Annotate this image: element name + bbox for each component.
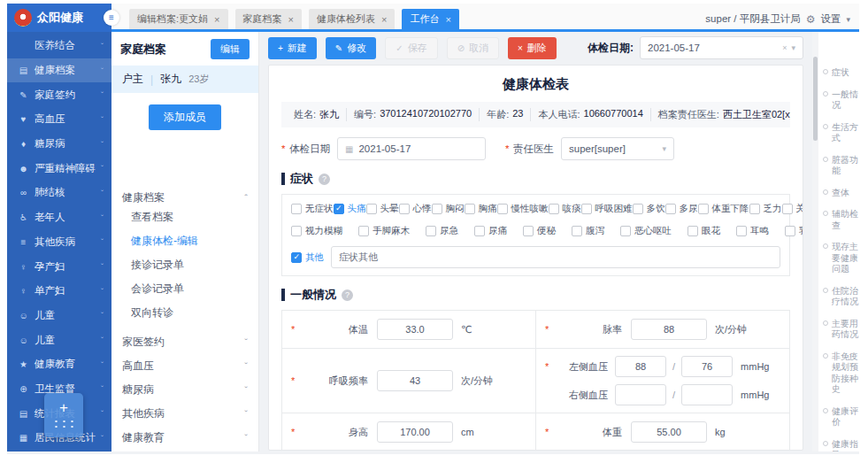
- symptom-checkbox[interactable]: 慢性咳嗽: [497, 203, 549, 215]
- close-icon[interactable]: ×: [288, 14, 294, 25]
- checkbox-box[interactable]: [736, 226, 747, 236]
- symptom-other-checkbox[interactable]: 其他: [291, 251, 324, 264]
- help-icon[interactable]: ?: [319, 174, 330, 185]
- family-panel-group[interactable]: 糖尿病 ˇ: [111, 378, 258, 402]
- exam-date-select[interactable]: 2021-05-17 × ▾: [640, 36, 803, 59]
- family-panel-group[interactable]: 其他疾病 ˇ: [111, 402, 258, 426]
- symptom-checkbox[interactable]: 乏力: [749, 203, 782, 215]
- exam-date-input[interactable]: ▦ 2021-05-17: [337, 137, 486, 160]
- checkbox-box[interactable]: [426, 226, 436, 236]
- close-icon[interactable]: ×: [214, 14, 219, 25]
- record-menu-item[interactable]: 健康体检-编辑: [131, 229, 248, 253]
- symptom-checkbox[interactable]: 呼吸困难: [581, 203, 633, 215]
- window-tab[interactable]: 工作台 ×: [402, 9, 458, 29]
- checkbox-box[interactable]: [465, 204, 475, 214]
- bp-right-systolic-input[interactable]: [615, 384, 666, 405]
- checkbox-box[interactable]: [334, 204, 344, 214]
- checkbox-box[interactable]: [581, 204, 592, 214]
- close-icon[interactable]: ×: [445, 14, 450, 25]
- symptom-checkbox[interactable]: 头痛: [334, 203, 366, 215]
- family-panel-group[interactable]: 健康教育 ˇ: [111, 426, 258, 450]
- anchor-nav-item[interactable]: 症状: [823, 67, 858, 79]
- checkbox-box[interactable]: [291, 226, 302, 236]
- window-tab[interactable]: 健康体检列表 ×: [309, 9, 395, 29]
- symptom-checkbox[interactable]: 咳痰: [549, 203, 581, 215]
- symptom-checkbox[interactable]: 手脚麻木: [358, 225, 410, 237]
- symptom-checkbox[interactable]: 胸闷: [432, 203, 465, 215]
- anchor-nav-item[interactable]: 现存主要健康问题: [823, 242, 858, 275]
- cancel-button[interactable]: ⊘ 取消: [447, 37, 499, 59]
- sidebar-item[interactable]: ≡ 其他疾病 ˇ: [7, 230, 111, 255]
- sidebar-item[interactable]: ☻ 严重精神障碍 ˇ: [7, 156, 111, 181]
- anchor-nav-item[interactable]: 主要用药情况: [823, 319, 858, 341]
- checkbox-box[interactable]: [474, 226, 485, 236]
- record-menu-item[interactable]: 会诊记录单: [131, 277, 248, 301]
- sidebar-item[interactable]: ★ 健康教育 ˇ: [7, 352, 111, 377]
- edit-button[interactable]: 编辑: [211, 39, 250, 59]
- checkbox-box[interactable]: [366, 204, 377, 214]
- checkbox-box[interactable]: [291, 204, 302, 214]
- anchor-nav-item[interactable]: 生活方式: [823, 122, 858, 144]
- symptom-checkbox[interactable]: 尿痛: [474, 225, 507, 237]
- doctor-select[interactable]: super[super] ▾: [561, 137, 674, 160]
- sidebar-item[interactable]: ☺ 儿童 ˇ: [7, 328, 111, 352]
- sidebar-item[interactable]: ♥ 高血压 ˇ: [7, 107, 111, 132]
- symptom-checkbox[interactable]: 胸痛: [465, 203, 497, 215]
- anchor-nav-item[interactable]: 非免疫规划预防接种史: [823, 351, 858, 396]
- checkbox-box[interactable]: [620, 226, 631, 236]
- anchor-nav-item[interactable]: 健康指导: [823, 439, 858, 452]
- vertical-scrollbar[interactable]: [812, 32, 818, 451]
- user-info[interactable]: super / 平阴县卫计局: [705, 12, 800, 26]
- symptom-checkbox[interactable]: 心悸: [399, 203, 432, 215]
- window-tab[interactable]: 家庭档案 ×: [235, 9, 302, 29]
- modify-button[interactable]: ✎ 修改: [326, 37, 376, 59]
- checkbox-box[interactable]: [549, 204, 559, 214]
- record-menu-item[interactable]: 双向转诊: [131, 301, 248, 325]
- checkbox-box[interactable]: [633, 204, 643, 214]
- close-icon[interactable]: ×: [381, 14, 387, 25]
- sidebar-item[interactable]: ♀ 单产妇 ˇ: [7, 279, 111, 304]
- bp-right-diastolic-input[interactable]: [681, 384, 733, 405]
- symptom-checkbox[interactable]: 恶心呕吐: [620, 225, 672, 237]
- sidebar-item[interactable]: ▤ 健康档案 ˇ: [7, 58, 111, 83]
- symptom-checkbox[interactable]: 头晕: [366, 203, 399, 215]
- sidebar-item[interactable]: ♦ 糖尿病 ˇ: [7, 132, 111, 157]
- weight-input[interactable]: [631, 421, 707, 443]
- anchor-nav-item[interactable]: 查体: [823, 188, 858, 199]
- sidebar-item[interactable]: ∞ 肺结核 ˇ: [7, 181, 111, 205]
- bp-left-systolic-input[interactable]: [615, 356, 666, 377]
- clear-icon[interactable]: ×: [782, 43, 787, 52]
- symptom-checkbox[interactable]: 便秘: [523, 225, 556, 237]
- symptom-checkbox[interactable]: 乳房胀痛: [785, 225, 803, 237]
- anchor-nav-item[interactable]: 住院治疗情况: [823, 286, 858, 308]
- checkbox-box[interactable]: [523, 226, 534, 236]
- symptom-other-input[interactable]: [331, 246, 780, 268]
- breath-rate-input[interactable]: [377, 370, 453, 391]
- caret-down-icon[interactable]: ▾: [846, 15, 850, 24]
- temperature-input[interactable]: [377, 319, 453, 340]
- symptom-checkbox[interactable]: 多饮: [633, 203, 665, 215]
- anchor-nav-item[interactable]: 一般情况: [823, 89, 858, 112]
- height-input[interactable]: [377, 421, 453, 443]
- symptom-checkbox[interactable]: 尿急: [426, 225, 458, 237]
- floating-add-button[interactable]: +: [44, 393, 83, 437]
- checkbox-box[interactable]: [572, 226, 582, 236]
- anchor-nav-item[interactable]: 健康评价: [823, 406, 858, 428]
- checkbox-box[interactable]: [358, 226, 369, 236]
- family-member-row[interactable]: 户主 | 张九 23岁: [111, 66, 258, 93]
- sidebar-item[interactable]: ☺ 儿童 ˇ: [7, 304, 111, 328]
- window-tab[interactable]: 编辑档案:更文娟 ×: [129, 9, 228, 29]
- scrollbar-thumb[interactable]: [813, 57, 818, 141]
- bp-left-diastolic-input[interactable]: [681, 356, 733, 377]
- settings-label[interactable]: 设置: [820, 12, 841, 26]
- symptom-checkbox[interactable]: 多尿: [665, 203, 698, 215]
- anchor-nav-item[interactable]: 脏器功能: [823, 155, 858, 177]
- checkbox-box[interactable]: [698, 204, 709, 214]
- new-button[interactable]: + 新建: [268, 37, 317, 59]
- menu-toggle-icon[interactable]: ≡: [104, 10, 119, 26]
- pulse-input[interactable]: [631, 319, 707, 340]
- symptom-checkbox[interactable]: 视力模糊: [291, 225, 342, 237]
- help-icon[interactable]: ?: [342, 289, 353, 301]
- gear-icon[interactable]: ⚙: [806, 13, 816, 26]
- checkbox-box[interactable]: [782, 204, 793, 214]
